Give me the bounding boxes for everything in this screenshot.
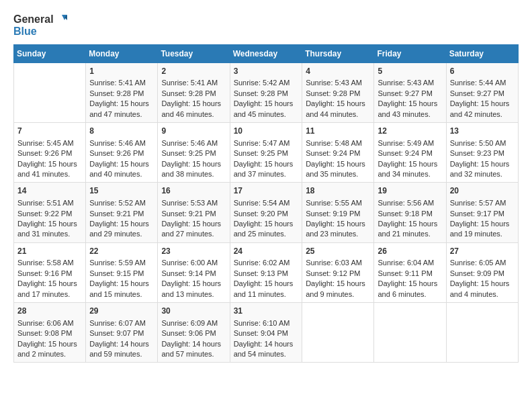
day-info-line: and 57 minutes. xyxy=(161,349,226,359)
day-cell: 3Sunrise: 5:42 AMSunset: 9:28 PMDaylight… xyxy=(230,62,302,122)
day-info-line: Daylight: 14 hours xyxy=(234,339,299,349)
day-number: 17 xyxy=(234,185,299,197)
day-info-line: Daylight: 15 hours xyxy=(234,159,299,169)
day-number: 10 xyxy=(234,126,299,137)
day-info-line: and 40 minutes. xyxy=(89,169,154,179)
day-number: 11 xyxy=(306,126,370,137)
day-number: 28 xyxy=(17,306,82,317)
day-info-line: Daylight: 14 hours xyxy=(161,339,226,349)
day-info-line: Sunrise: 5:46 AM xyxy=(89,138,154,148)
day-info-line: and 4 minutes. xyxy=(450,289,515,300)
day-info-line: Sunset: 9:22 PM xyxy=(17,209,82,219)
day-number: 25 xyxy=(306,246,370,257)
day-cell: 28Sunrise: 6:06 AMSunset: 9:08 PMDayligh… xyxy=(14,303,86,363)
day-info-line: Sunrise: 5:49 AM xyxy=(378,138,442,148)
day-info-line: Sunset: 9:23 PM xyxy=(450,148,515,158)
day-info-line: Sunrise: 5:52 AM xyxy=(89,198,154,208)
day-info-line: Daylight: 15 hours xyxy=(378,99,442,109)
day-number: 2 xyxy=(161,66,226,77)
day-info-line: Sunrise: 6:09 AM xyxy=(161,318,226,328)
week-row-1: 1Sunrise: 5:41 AMSunset: 9:28 PMDaylight… xyxy=(14,62,519,122)
header-day-friday: Friday xyxy=(374,44,446,62)
day-info-line: Daylight: 15 hours xyxy=(450,99,515,109)
day-info-line: Sunrise: 5:54 AM xyxy=(234,198,299,208)
day-info-line: and 9 minutes. xyxy=(306,289,370,300)
day-info-line: Sunset: 9:20 PM xyxy=(234,209,299,219)
day-cell: 15Sunrise: 5:52 AMSunset: 9:21 PMDayligh… xyxy=(86,183,158,242)
header-day-sunday: Sunday xyxy=(14,44,86,62)
day-info-line: Sunrise: 5:59 AM xyxy=(89,258,154,268)
day-cell: 10Sunrise: 5:47 AMSunset: 9:25 PMDayligh… xyxy=(230,122,302,182)
header-day-wednesday: Wednesday xyxy=(230,44,302,62)
day-info-line: Sunset: 9:21 PM xyxy=(161,209,226,219)
day-cell: 4Sunrise: 5:43 AMSunset: 9:28 PMDaylight… xyxy=(302,62,374,122)
day-info-line: and 6 minutes. xyxy=(378,289,442,300)
day-number: 31 xyxy=(234,306,299,317)
day-info-line: Sunset: 9:08 PM xyxy=(17,328,82,338)
day-info-line: Daylight: 15 hours xyxy=(234,279,299,289)
day-info-line: and 2 minutes. xyxy=(17,349,82,359)
day-info-line: and 42 minutes. xyxy=(450,109,515,120)
day-info-line: Daylight: 15 hours xyxy=(89,219,154,229)
day-info-line: Sunset: 9:19 PM xyxy=(306,209,370,219)
day-number: 13 xyxy=(450,126,515,137)
day-info-line: and 34 minutes. xyxy=(378,169,442,179)
page-header: General Blue xyxy=(13,13,519,38)
day-info-line: Daylight: 15 hours xyxy=(378,279,442,289)
day-info-line: and 15 minutes. xyxy=(89,289,154,300)
day-info-line: Sunrise: 5:46 AM xyxy=(161,138,226,148)
calendar-body: 1Sunrise: 5:41 AMSunset: 9:28 PMDaylight… xyxy=(14,62,519,363)
day-info-line: Sunset: 9:26 PM xyxy=(89,148,154,158)
day-info-line: Sunrise: 5:51 AM xyxy=(17,198,82,208)
logo-bird-icon xyxy=(55,13,67,26)
day-cell: 1Sunrise: 5:41 AMSunset: 9:28 PMDaylight… xyxy=(86,62,158,122)
day-cell xyxy=(446,303,518,363)
day-cell: 14Sunrise: 5:51 AMSunset: 9:22 PMDayligh… xyxy=(14,183,86,242)
day-info-line: Sunset: 9:04 PM xyxy=(234,328,299,338)
day-info-line: Sunset: 9:13 PM xyxy=(234,269,299,279)
day-info-line: Daylight: 15 hours xyxy=(17,219,82,229)
header-day-tuesday: Tuesday xyxy=(158,44,230,62)
day-info-line: Sunset: 9:07 PM xyxy=(89,328,154,338)
day-info-line: Daylight: 15 hours xyxy=(450,219,515,229)
day-number: 19 xyxy=(378,185,442,197)
day-info-line: Sunrise: 5:45 AM xyxy=(17,138,82,148)
day-number: 22 xyxy=(89,246,154,257)
day-info-line: Daylight: 15 hours xyxy=(306,279,370,289)
day-info-line: Sunset: 9:28 PM xyxy=(161,89,226,99)
day-info-line: Sunrise: 6:05 AM xyxy=(450,258,515,268)
day-info-line: and 37 minutes. xyxy=(234,169,299,179)
day-info-line: Sunset: 9:15 PM xyxy=(89,269,154,279)
header-day-saturday: Saturday xyxy=(446,44,518,62)
day-info-line: Sunrise: 5:58 AM xyxy=(17,258,82,268)
day-number: 26 xyxy=(378,246,442,257)
calendar-header-row: SundayMondayTuesdayWednesdayThursdayFrid… xyxy=(14,44,519,62)
day-info-line: and 13 minutes. xyxy=(161,289,226,300)
day-number: 18 xyxy=(306,185,370,197)
day-number: 24 xyxy=(234,246,299,257)
logo-text-general: General xyxy=(13,13,54,26)
day-info-line: Sunrise: 6:06 AM xyxy=(17,318,82,328)
day-info-line: Sunset: 9:27 PM xyxy=(450,89,515,99)
day-number: 6 xyxy=(450,66,515,77)
day-info-line: and 23 minutes. xyxy=(306,229,370,239)
day-number: 9 xyxy=(161,126,226,137)
day-info-line: Sunset: 9:26 PM xyxy=(17,148,82,158)
day-info-line: Sunset: 9:12 PM xyxy=(306,269,370,279)
day-info-line: Sunset: 9:24 PM xyxy=(306,148,370,158)
day-info-line: and 32 minutes. xyxy=(450,169,515,179)
day-info-line: and 19 minutes. xyxy=(450,229,515,239)
day-info-line: Daylight: 15 hours xyxy=(306,219,370,229)
day-number: 15 xyxy=(89,185,154,197)
day-number: 5 xyxy=(378,66,442,77)
day-info-line: Sunrise: 5:41 AM xyxy=(161,78,226,88)
day-info-line: Sunrise: 6:03 AM xyxy=(306,258,370,268)
day-info-line: Daylight: 15 hours xyxy=(378,159,442,169)
day-info-line: and 46 minutes. xyxy=(161,109,226,120)
day-number: 3 xyxy=(234,66,299,77)
day-number: 20 xyxy=(450,185,515,197)
day-cell xyxy=(14,62,86,122)
day-info-line: Sunset: 9:28 PM xyxy=(234,89,299,99)
day-info-line: Daylight: 15 hours xyxy=(450,279,515,289)
day-cell: 23Sunrise: 6:00 AMSunset: 9:14 PMDayligh… xyxy=(158,242,230,302)
